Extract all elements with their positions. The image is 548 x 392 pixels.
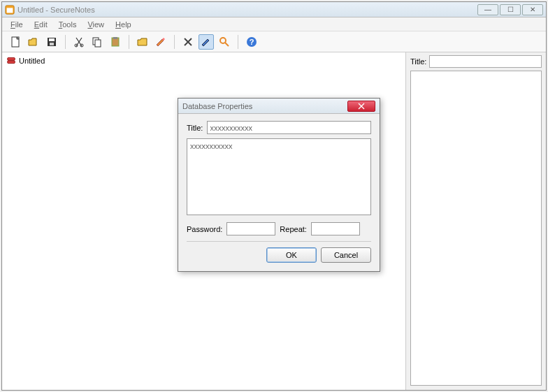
tree-root-label: Untitled: [19, 57, 45, 65]
dialog-separator: [187, 241, 371, 242]
toolbar-separator: [129, 35, 129, 49]
database-properties-dialog: Database Properties Title: Password: Rep…: [178, 98, 380, 272]
dialog-close-button[interactable]: [347, 101, 375, 112]
menu-view[interactable]: View: [82, 17, 110, 31]
dialog-description-input[interactable]: [187, 138, 371, 215]
paste-button[interactable]: [108, 34, 123, 50]
svg-rect-9: [95, 40, 101, 47]
menu-file[interactable]: File: [5, 17, 29, 31]
toolbar: ?: [2, 31, 546, 52]
close-button[interactable]: ✕: [522, 4, 543, 15]
svg-rect-11: [113, 37, 117, 39]
maximize-button[interactable]: ☐: [500, 4, 521, 15]
repeat-label: Repeat:: [280, 225, 307, 233]
toolbar-separator: [174, 35, 175, 49]
ok-button[interactable]: OK: [266, 247, 317, 263]
menubar: File Edit Tools View Help: [2, 17, 546, 31]
svg-rect-1: [7, 8, 13, 13]
right-body-area[interactable]: [410, 71, 542, 386]
new-note-button[interactable]: [153, 34, 168, 50]
window-title: Untitled - SecureNotes: [17, 6, 95, 14]
titlebar: Untitled - SecureNotes — ☐ ✕: [2, 2, 546, 17]
password-input[interactable]: [226, 222, 275, 235]
dialog-title-input[interactable]: [207, 121, 371, 134]
toolbar-separator: [238, 35, 238, 49]
dialog-titlebar: Database Properties: [178, 99, 380, 114]
dialog-title-text: Database Properties: [182, 102, 252, 110]
menu-help[interactable]: Help: [110, 17, 137, 31]
svg-rect-15: [8, 58, 15, 61]
search-button[interactable]: [217, 34, 232, 50]
new-button[interactable]: [8, 34, 23, 50]
dialog-title-label: Title:: [187, 124, 203, 132]
menu-edit[interactable]: Edit: [29, 17, 53, 31]
help-button[interactable]: ?: [244, 34, 259, 50]
menu-tools[interactable]: Tools: [53, 17, 82, 31]
tree-root-item[interactable]: Untitled: [5, 55, 403, 66]
save-button[interactable]: [44, 34, 59, 50]
right-title-input[interactable]: [429, 55, 542, 68]
right-panel: Title:: [406, 52, 546, 390]
cancel-button[interactable]: Cancel: [321, 247, 371, 263]
svg-rect-16: [8, 61, 15, 64]
database-icon: [6, 56, 16, 66]
copy-button[interactable]: [89, 34, 105, 50]
app-icon: [5, 5, 15, 15]
repeat-input[interactable]: [311, 222, 360, 235]
svg-rect-5: [50, 43, 54, 45]
right-title-label: Title:: [410, 57, 426, 66]
open-button[interactable]: [26, 34, 41, 50]
new-folder-button[interactable]: [135, 34, 150, 50]
svg-rect-4: [49, 38, 55, 41]
toolbar-separator: [65, 35, 66, 49]
delete-button[interactable]: [180, 34, 196, 50]
svg-text:?: ?: [250, 38, 254, 46]
cut-button[interactable]: [71, 34, 87, 50]
svg-point-12: [220, 38, 226, 43]
edit-button[interactable]: [199, 34, 214, 50]
minimize-button[interactable]: —: [477, 4, 498, 15]
password-label: Password:: [187, 225, 222, 233]
close-icon: [358, 103, 365, 110]
